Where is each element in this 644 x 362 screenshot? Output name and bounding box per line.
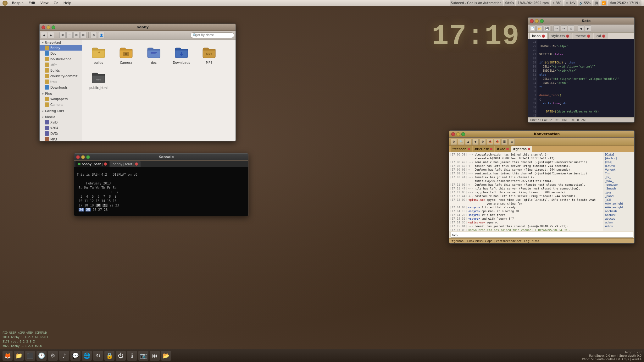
taskbar-chat-icon[interactable]: 💬 bbox=[70, 351, 80, 361]
menu-help[interactable]: Help bbox=[62, 0, 73, 6]
sidebar-header-pics[interactable]: Pics bbox=[40, 91, 82, 96]
file-item-builds[interactable]: builds bbox=[86, 43, 111, 66]
user-item-jpg[interactable]: _jpg bbox=[603, 190, 634, 194]
konv-max-btn[interactable] bbox=[461, 132, 465, 136]
konv-tab-freenode-close[interactable] bbox=[468, 148, 470, 150]
app-logo[interactable] bbox=[3, 1, 8, 6]
user-item-smash[interactable]: _Smash_ bbox=[603, 187, 634, 190]
bobby-max-btn[interactable] bbox=[52, 25, 55, 29]
search-input[interactable] bbox=[190, 32, 234, 38]
user-item-author[interactable]: [Author] bbox=[603, 156, 634, 160]
view-icon-btn[interactable]: ⊞ bbox=[59, 32, 66, 38]
taskbar-settings-icon[interactable]: ⚙ bbox=[48, 351, 58, 361]
taskbar-firefox-icon[interactable]: 🦊 bbox=[3, 351, 13, 361]
konv-toolbar-btn3[interactable]: ▲ bbox=[465, 139, 471, 145]
menu-go[interactable]: Go bbox=[52, 0, 60, 6]
back-btn[interactable]: ◀ bbox=[41, 32, 47, 38]
kate-next-btn[interactable]: ▶ bbox=[585, 25, 591, 32]
taskbar-power-icon[interactable]: ⏻ bbox=[116, 351, 126, 361]
konv-tab-kde-close[interactable] bbox=[506, 148, 509, 150]
kate-tab-cal[interactable]: cal × bbox=[594, 33, 608, 39]
kate-tab-style-close[interactable]: × bbox=[566, 35, 569, 38]
user-item-aaa2[interactable]: AAA_awright_ bbox=[603, 206, 634, 209]
konv-toolbar-btn5[interactable]: ⚙ bbox=[480, 139, 486, 145]
view-column-btn[interactable]: ⊠ bbox=[80, 32, 86, 38]
taskbar-info-icon[interactable]: ℹ bbox=[127, 351, 137, 361]
taskbar-terminal-icon[interactable]: ⬛ bbox=[25, 351, 35, 361]
taskbar-camera-icon[interactable]: 📷 bbox=[138, 351, 148, 361]
taskbar-refresh-icon[interactable]: ↻ bbox=[93, 351, 103, 361]
sidebar-item-dvdr[interactable]: DVDr bbox=[40, 131, 82, 136]
sidebar-item-xvid[interactable]: XviD bbox=[40, 119, 82, 125]
sidebar-item-camera[interactable]: Camera bbox=[40, 102, 82, 107]
kate-tab-theme-close[interactable]: × bbox=[587, 35, 590, 38]
kate-undo-btn[interactable]: ↩ bbox=[553, 25, 560, 32]
sidebar-header-media[interactable]: Media bbox=[40, 115, 82, 119]
view-list-btn[interactable]: ☰ bbox=[66, 32, 73, 38]
taskbar-music-icon[interactable]: ♪ bbox=[59, 351, 69, 361]
sidebar-item-builds[interactable]: Builds bbox=[40, 68, 82, 73]
user-item-xea[interactable]: [xea] bbox=[603, 160, 634, 164]
sidebar-item-cloudcity[interactable]: cloudcity-commit bbox=[40, 73, 82, 79]
menu-bespin[interactable]: Bespin bbox=[10, 0, 25, 6]
taskbar-prev-icon[interactable]: ⏮ bbox=[150, 351, 160, 361]
file-item-mp3[interactable]: MP3 MP3 bbox=[197, 43, 222, 66]
sidebar-header-unsorted[interactable]: Unsorted bbox=[40, 40, 82, 45]
konv-tab-kde[interactable]: #kde bbox=[495, 146, 511, 152]
konv-toolbar-btn2[interactable]: 🔍 bbox=[458, 139, 464, 145]
user-item-adam[interactable]: adam bbox=[603, 221, 634, 224]
taskbar-files-icon[interactable]: 📁 bbox=[14, 351, 24, 361]
konv-tab-freenode[interactable]: freenode bbox=[451, 146, 472, 152]
sidebar-item-mp3[interactable]: MP3 bbox=[40, 136, 82, 141]
konv-toolbar-btn4[interactable]: ▼ bbox=[472, 139, 479, 145]
user-item-abclurk[interactable]: abclurk bbox=[603, 213, 634, 217]
konv-tab-bedesk-close[interactable] bbox=[490, 148, 492, 150]
konv-toolbar-btn9[interactable]: ⊞ bbox=[508, 139, 515, 145]
menu-edit[interactable]: Edit bbox=[27, 0, 37, 6]
kate-max-btn[interactable] bbox=[540, 19, 544, 23]
sidebar-item-x264[interactable]: x264 bbox=[40, 125, 82, 131]
view-detail-btn[interactable]: ⊟ bbox=[73, 32, 80, 38]
user-item-adios[interactable]: Adios bbox=[603, 224, 634, 228]
taskbar-browser-icon[interactable]: 🌐 bbox=[82, 351, 92, 361]
fwd-btn[interactable]: ▶ bbox=[48, 32, 54, 38]
tray-misc[interactable]: (i) bbox=[593, 0, 599, 6]
konv-tab-gentoo-close[interactable] bbox=[528, 148, 530, 150]
user-item-abycos[interactable]: abycos bbox=[603, 217, 634, 221]
konv-min-btn[interactable] bbox=[456, 132, 460, 136]
sidebar-item-dfm[interactable]: .dfm bbox=[40, 62, 82, 68]
kate-settings2-btn[interactable]: ⚙ bbox=[568, 25, 574, 32]
konv-tab-bedesk[interactable]: #BeDesk bbox=[473, 146, 494, 152]
user-item-tm[interactable]: Tm bbox=[603, 172, 634, 175]
kate-tab-cal-close[interactable]: × bbox=[602, 35, 605, 38]
kate-tab-besh[interactable]: be.sh × bbox=[529, 33, 548, 39]
user-item-veneek[interactable]: Veneek bbox=[603, 168, 634, 172]
file-item-publichtml[interactable]: html public_html bbox=[86, 69, 111, 91]
taskbar-lock-icon[interactable]: 🔒 bbox=[104, 351, 114, 361]
kate-min-btn[interactable] bbox=[535, 19, 539, 23]
file-item-downloads[interactable]: Downloads bbox=[169, 43, 194, 66]
kate-new-btn[interactable]: 📄 bbox=[529, 25, 536, 32]
menu-view[interactable]: View bbox=[38, 0, 50, 6]
user-btn[interactable]: 👤 bbox=[98, 32, 104, 38]
kate-save-btn[interactable]: 💾 bbox=[544, 25, 550, 32]
user-item-abcbcab[interactable]: abcbcab bbox=[603, 209, 634, 213]
kate-prev-btn[interactable]: ◀ bbox=[578, 25, 584, 32]
user-item-nand[interactable]: _nand' bbox=[603, 194, 634, 198]
konv-input-field[interactable] bbox=[451, 232, 633, 238]
settings-btn[interactable]: ⚙ bbox=[91, 32, 97, 38]
konv-toolbar-btn1[interactable]: ⚙ bbox=[451, 139, 457, 145]
konsole-min-btn[interactable] bbox=[81, 155, 85, 159]
konsole-max-btn[interactable] bbox=[86, 155, 90, 159]
kate-tab-style[interactable]: style.css × bbox=[548, 33, 572, 39]
kate-close-btn[interactable] bbox=[530, 19, 534, 23]
file-item-camera[interactable]: Camera bbox=[114, 43, 139, 66]
sidebar-item-doc[interactable]: Doc bbox=[40, 51, 82, 56]
konsole-close-btn[interactable] bbox=[76, 155, 80, 159]
konsole-tab-bash[interactable]: bobby [bash] × bbox=[75, 161, 109, 167]
konsole-tab-bash-close[interactable]: × bbox=[104, 162, 107, 166]
bobby-min-btn[interactable] bbox=[47, 25, 50, 29]
konv-toolbar-btn8[interactable]: ☰ bbox=[501, 139, 508, 145]
konv-close-btn[interactable] bbox=[451, 132, 455, 136]
kate-tab-besh-close[interactable]: × bbox=[542, 35, 545, 38]
